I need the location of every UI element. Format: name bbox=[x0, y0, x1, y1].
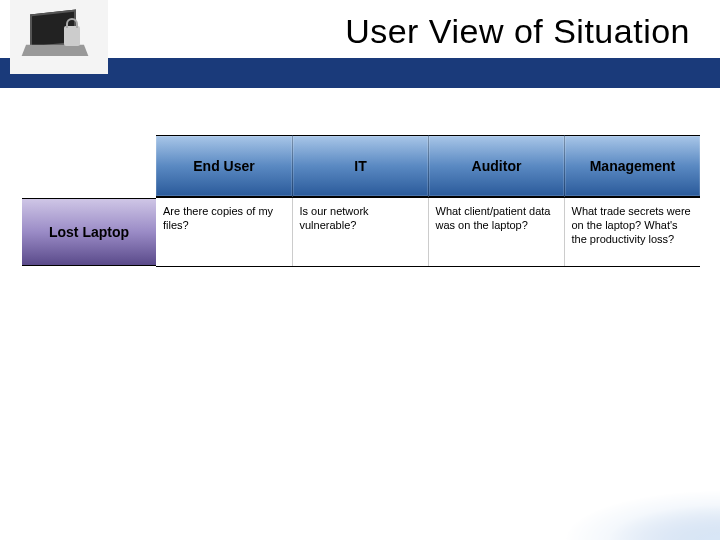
row-header-label: Lost Laptop bbox=[22, 198, 156, 266]
column-header-it: IT bbox=[292, 135, 428, 198]
cell-text: What trade secrets were on the laptop? W… bbox=[566, 199, 700, 265]
cell-text: Are there copies of my files? bbox=[157, 199, 291, 265]
slide-header: User View of Situation bbox=[0, 0, 720, 90]
slide-title: User View of Situation bbox=[345, 12, 690, 51]
logo-image bbox=[10, 0, 108, 74]
cell-text: Is our network vulnerable? bbox=[294, 199, 427, 265]
column-header-end-user: End User bbox=[156, 135, 292, 198]
cell-management: What trade secrets were on the laptop? W… bbox=[564, 198, 700, 267]
table-corner bbox=[22, 135, 156, 198]
decorative-swoosh bbox=[460, 420, 720, 540]
table-row: Lost Laptop Are there copies of my files… bbox=[22, 198, 700, 267]
column-header-label: Auditor bbox=[428, 135, 564, 197]
column-header-management: Management bbox=[564, 135, 700, 198]
matrix-table: End User IT Auditor Management Lost Lapt… bbox=[22, 135, 700, 267]
row-header-lost-laptop: Lost Laptop bbox=[22, 198, 156, 267]
column-header-label: End User bbox=[156, 135, 292, 197]
laptop-lock-icon bbox=[24, 12, 94, 62]
column-header-label: Management bbox=[564, 135, 700, 197]
cell-it: Is our network vulnerable? bbox=[292, 198, 428, 267]
column-header-label: IT bbox=[292, 135, 428, 197]
cell-auditor: What client/patient data was on the lapt… bbox=[428, 198, 564, 267]
header-accent-bar bbox=[0, 58, 720, 88]
cell-text: What client/patient data was on the lapt… bbox=[430, 199, 563, 265]
cell-end-user: Are there copies of my files? bbox=[156, 198, 292, 267]
column-header-auditor: Auditor bbox=[428, 135, 564, 198]
